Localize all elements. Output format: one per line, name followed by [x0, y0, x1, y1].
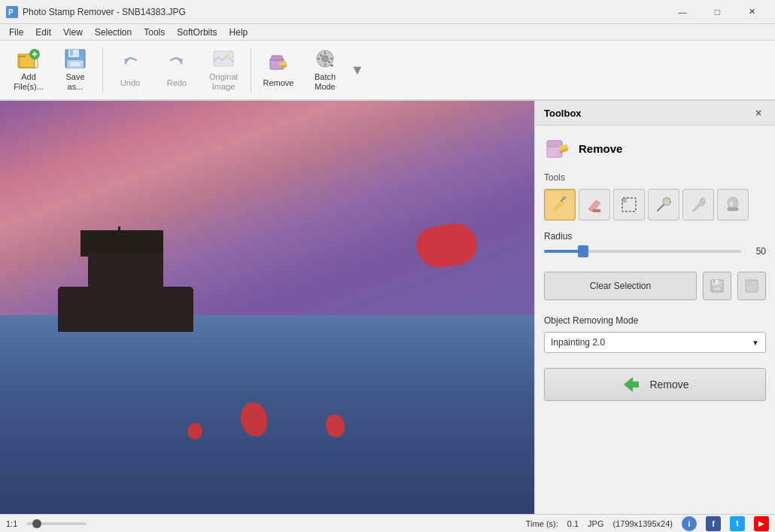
facebook-button[interactable]: f — [706, 516, 721, 531]
toolbox-header: Toolbox × — [535, 101, 775, 126]
remove-header: Remove — [544, 135, 766, 162]
svg-rect-28 — [622, 198, 627, 202]
tool-eraser-button[interactable] — [579, 189, 610, 220]
clear-selection-button[interactable]: Clear Selection — [544, 272, 697, 300]
tools-row — [544, 189, 766, 220]
title-bar: P Photo Stamp Remover - SNB14383.JPG — □… — [0, 0, 775, 24]
remove-label: Remove — [263, 78, 294, 88]
add-file-button[interactable]: AddFile(s)... — [6, 44, 51, 96]
app-icon: P — [6, 6, 18, 18]
remove-section-icon — [544, 135, 571, 162]
toolbox-panel: Toolbox × Remove Tools — [534, 101, 775, 514]
separator-2 — [251, 47, 251, 93]
load-selection-button[interactable] — [737, 272, 766, 300]
menu-tools[interactable]: Tools — [138, 26, 171, 39]
main-content: Toolbox × Remove Tools — [0, 101, 775, 514]
remove-section-title: Remove — [579, 142, 622, 155]
tool-stamp-button[interactable] — [717, 189, 749, 220]
svg-point-25 — [563, 196, 566, 199]
batch-mode-button[interactable]: BatchMode — [302, 44, 348, 96]
toolbox-title: Toolbox — [544, 108, 582, 119]
menu-softorbits[interactable]: SoftOrbits — [171, 26, 223, 39]
menu-view[interactable]: View — [57, 26, 89, 39]
menu-edit[interactable]: Edit — [29, 26, 57, 39]
time-label: Time (s): — [526, 519, 558, 528]
svg-rect-36 — [713, 280, 715, 283]
save-selection-button[interactable] — [703, 272, 731, 300]
svg-rect-6 — [34, 52, 35, 56]
toolbox-content: Remove Tools — [535, 126, 775, 514]
maximize-button[interactable]: □ — [700, 0, 734, 24]
undo-label: Undo — [120, 78, 140, 88]
ocean-layer — [0, 315, 534, 514]
svg-text:P: P — [8, 8, 14, 17]
redo-label: Redo — [167, 78, 187, 88]
svg-rect-38 — [713, 287, 721, 290]
menu-selection[interactable]: Selection — [89, 26, 138, 39]
svg-rect-21 — [547, 141, 562, 147]
red-mark-water-2 — [326, 415, 345, 437]
window-controls: — □ ✕ — [665, 0, 769, 24]
svg-rect-11 — [70, 62, 81, 66]
save-as-button[interactable]: Saveas... — [53, 44, 98, 96]
svg-rect-32 — [728, 208, 738, 211]
redo-button[interactable]: Redo — [154, 44, 199, 96]
batch-label: BatchMode — [315, 72, 336, 92]
toolbar: AddFile(s)... Saveas... Undo — [0, 41, 775, 101]
more-button[interactable]: ▼ — [351, 62, 364, 78]
tool-wrench-button[interactable] — [682, 189, 714, 220]
svg-marker-41 — [624, 377, 639, 392]
remove-button[interactable]: Remove — [544, 368, 766, 401]
radius-row: 50 — [544, 246, 766, 257]
save-as-label: Saveas... — [65, 72, 84, 92]
zoom-slider[interactable] — [26, 522, 87, 525]
youtube-button[interactable]: ▶ — [754, 516, 769, 531]
svg-point-30 — [702, 199, 705, 202]
window-title: Photo Stamp Remover - SNB14383.JPG — [23, 7, 665, 17]
canvas-area[interactable] — [0, 101, 534, 514]
time-value: 0.1 — [567, 519, 579, 528]
boat-cabin — [88, 253, 163, 290]
toolbox-close-button[interactable]: × — [751, 105, 766, 120]
info-button[interactable]: i — [682, 516, 697, 531]
zoom-level: 1:1 — [6, 519, 17, 528]
add-file-label: AddFile(s)... — [14, 72, 44, 92]
tools-section-label: Tools — [544, 172, 766, 183]
dimensions-label: (1799x1395x24) — [612, 519, 673, 528]
original-image-button[interactable]: OriginalImage — [201, 44, 246, 96]
zoom-thumb[interactable] — [32, 519, 41, 528]
remove-icon — [266, 51, 290, 75]
menu-bar: File Edit View Selection Tools SoftOrbit… — [0, 24, 775, 41]
boat — [43, 226, 208, 332]
radius-value: 50 — [747, 246, 766, 257]
remove-arrow-icon — [621, 374, 642, 395]
object-removing-label: Object Removing Mode — [544, 315, 766, 326]
original-image-icon — [211, 48, 236, 69]
remove-toolbar-button[interactable]: Remove — [256, 44, 301, 96]
remove-button-label: Remove — [649, 378, 688, 391]
tool-magic-wand-button[interactable] — [648, 189, 679, 220]
svg-point-19 — [322, 56, 328, 62]
close-button[interactable]: ✕ — [734, 0, 769, 24]
menu-help[interactable]: Help — [223, 26, 254, 39]
action-row: Clear Selection — [544, 272, 766, 300]
tool-rect-select-button[interactable] — [613, 189, 645, 220]
add-file-icon — [17, 48, 41, 69]
svg-rect-9 — [70, 50, 73, 56]
svg-rect-40 — [746, 280, 752, 286]
undo-button[interactable]: Undo — [108, 44, 153, 96]
radius-thumb[interactable] — [578, 245, 588, 257]
chevron-down-icon: ▼ — [752, 339, 759, 347]
tool-brush-button[interactable] — [544, 189, 576, 220]
zoom-label: 1:1 — [6, 519, 17, 528]
svg-rect-26 — [593, 209, 600, 212]
radius-slider[interactable] — [544, 250, 741, 253]
svg-rect-33 — [730, 202, 733, 206]
radius-label: Radius — [544, 231, 766, 242]
mode-dropdown[interactable]: Inpainting 2.0 ▼ — [544, 332, 766, 353]
twitter-button[interactable]: t — [730, 516, 745, 531]
minimize-button[interactable]: — — [665, 0, 700, 24]
menu-file[interactable]: File — [3, 26, 29, 39]
separator-1 — [102, 47, 103, 93]
svg-rect-15 — [272, 56, 282, 60]
